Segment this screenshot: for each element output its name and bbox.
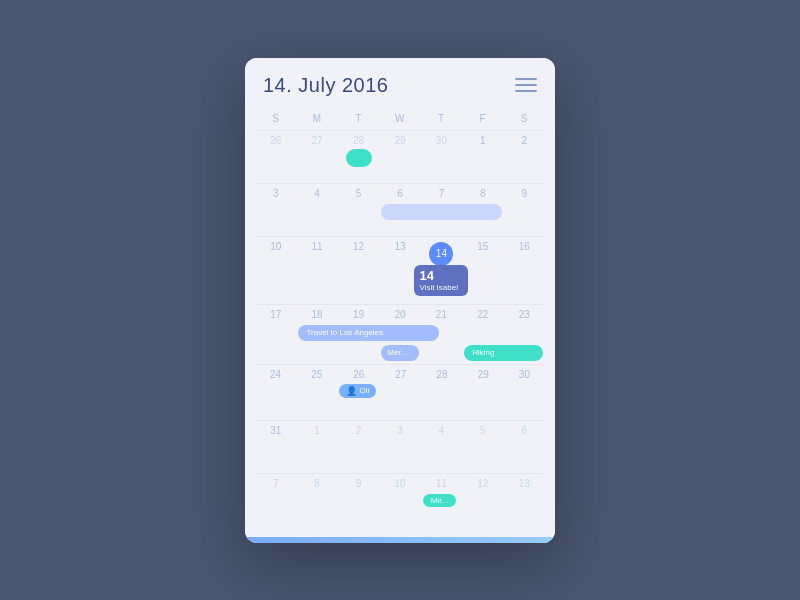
day-cell[interactable]: 8 [296,474,337,527]
menu-icon[interactable] [515,78,537,92]
day-cell[interactable]: 14 14 Visit Isabel [421,237,462,304]
day-cell[interactable]: 3 [379,421,420,473]
oli-event[interactable]: 👤Oli [339,384,376,398]
day-cell[interactable]: 10 [379,474,420,527]
day-cell[interactable]: 26 [255,131,296,183]
day-cell[interactable]: 13 [504,474,545,527]
day-cell[interactable]: 27 [296,131,337,183]
today-circle[interactable]: 14 [429,242,453,266]
mer-event[interactable]: Mer... [381,345,418,361]
day-cell[interactable]: 4 [296,184,337,236]
day-cell[interactable]: 28 [421,365,462,420]
day-header-t2: T [421,109,462,128]
day-cell[interactable]: 11 [296,237,337,304]
calendar-grid: S M T W T F S 26 27 28 29 30 1 [245,109,555,535]
day-header-w: W [379,109,420,128]
day-cell[interactable]: 9 [504,184,545,236]
day-cell[interactable]: 11 Mir... [421,474,462,527]
day-header-m: M [296,109,337,128]
day-header-s1: S [255,109,296,128]
day-header-s2: S [504,109,545,128]
day-cell[interactable]: 30 [421,131,462,183]
visit-isabel-event[interactable]: 14 Visit Isabel [414,265,468,296]
day-cell[interactable]: 5 [338,184,379,236]
weeks-container: 26 27 28 29 30 1 2 3 4 5 6 7 8 [255,130,545,527]
day-cell[interactable]: 5 [462,421,503,473]
day-cell[interactable]: 1 [462,131,503,183]
day-cell[interactable]: 25 [296,365,337,420]
hiking-event[interactable]: Hiking [464,345,543,361]
day-cell[interactable]: 2 [338,421,379,473]
week-row: 24 25 26 👤Oli 27 28 29 30 [255,364,545,420]
week-row: 26 27 28 29 30 1 2 [255,130,545,183]
mir-event[interactable]: Mir... [423,494,456,507]
event-28-pill [346,149,372,167]
day-cell[interactable]: 29 [463,365,504,420]
day-cell[interactable]: 4 [421,421,462,473]
week-row: 3 4 5 6 7 8 9 [255,183,545,236]
calendar-widget: 14. July 2016 S M T W T F S 26 27 [245,58,555,543]
day-cell[interactable]: 7 [255,474,296,527]
day-cell[interactable]: 29 [379,131,420,183]
day-cell[interactable]: 26 👤Oli [337,365,380,420]
week-row: 7 8 9 10 11 Mir... 12 13 [255,473,545,527]
day-header-t1: T [338,109,379,128]
week-row: 17 18 19 20 21 22 23 Travel to Los Angel… [255,304,545,364]
day-headers: S M T W T F S [255,109,545,128]
calendar-header: 14. July 2016 [245,58,555,109]
week-row: 10 11 12 13 14 14 Visit Isabel 15 16 [255,236,545,304]
day-header-f: F [462,109,503,128]
day-cell[interactable]: 31 [255,421,296,473]
day-cell[interactable]: 27 [380,365,421,420]
day-cell[interactable]: 24 [255,365,296,420]
travel-la-event[interactable]: Travel to Los Angeles [298,325,439,341]
day-cell[interactable]: 12 [338,237,379,304]
day-cell[interactable]: 9 [338,474,379,527]
day-cell[interactable]: 3 [255,184,296,236]
calendar-bottom-bar [245,537,555,543]
day-cell[interactable]: 17 [255,305,296,364]
day-cell[interactable]: 2 [504,131,545,183]
day-cell[interactable]: 1 [296,421,337,473]
day-cell[interactable]: 6 [504,421,545,473]
day-cell[interactable]: 10 [255,237,296,304]
week-row: 31 1 2 3 4 5 6 [255,420,545,473]
calendar-title: 14. July 2016 [263,74,388,97]
day-cell[interactable]: 16 [504,237,545,304]
week2-blue-span-event [381,204,501,220]
day-cell[interactable]: 28 [338,131,379,183]
day-cell[interactable]: 12 [462,474,503,527]
day-cell[interactable]: 30 [504,365,545,420]
